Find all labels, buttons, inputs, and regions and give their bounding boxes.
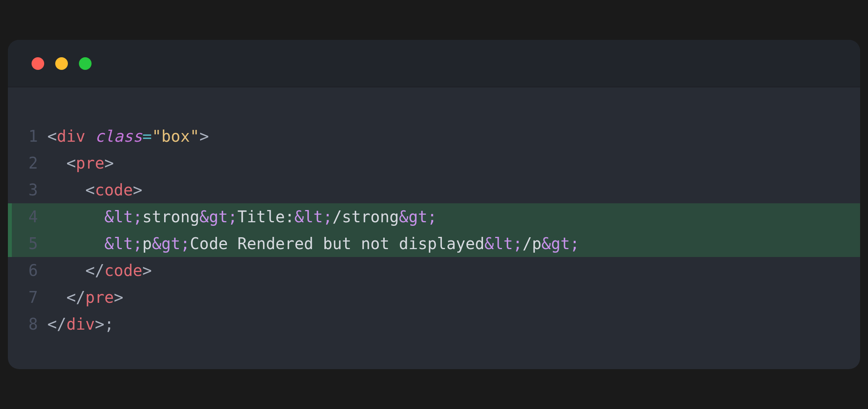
code-content: <code> — [47, 176, 142, 203]
code-content: </code> — [47, 257, 152, 284]
close-icon[interactable] — [32, 57, 44, 70]
line-number: 5 — [8, 230, 47, 257]
maximize-icon[interactable] — [79, 57, 92, 70]
line-number: 6 — [8, 257, 47, 284]
code-editor[interactable]: 1 <div class="box"> 2 <pre> 3 <code> 4 &… — [8, 87, 860, 369]
code-line: 6 </code> — [8, 257, 860, 284]
line-number: 4 — [8, 203, 47, 230]
line-number: 3 — [8, 176, 47, 203]
line-number: 8 — [8, 311, 47, 338]
code-line-highlighted: 4 &lt;strong&gt;Title:&lt;/strong&gt; — [8, 203, 860, 230]
code-content: <div class="box"> — [47, 123, 209, 150]
code-content: &lt;strong&gt;Title:&lt;/strong&gt; — [47, 203, 437, 230]
line-number: 7 — [8, 284, 47, 311]
line-number: 1 — [8, 123, 47, 150]
code-content: </div>; — [47, 311, 114, 338]
line-number: 2 — [8, 150, 47, 176]
code-line-highlighted: 5 &lt;p&gt;Code Rendered but not display… — [8, 230, 860, 257]
code-content: <pre> — [47, 150, 114, 176]
code-content: </pre> — [47, 284, 123, 311]
code-window: 1 <div class="box"> 2 <pre> 3 <code> 4 &… — [8, 40, 860, 369]
code-line: 2 <pre> — [8, 150, 860, 176]
code-line: 8 </div>; — [8, 311, 860, 338]
titlebar — [8, 40, 860, 87]
code-line: 7 </pre> — [8, 284, 860, 311]
code-content: &lt;p&gt;Code Rendered but not displayed… — [47, 230, 580, 257]
minimize-icon[interactable] — [55, 57, 68, 70]
code-line: 1 <div class="box"> — [8, 123, 860, 150]
code-line: 3 <code> — [8, 176, 860, 203]
